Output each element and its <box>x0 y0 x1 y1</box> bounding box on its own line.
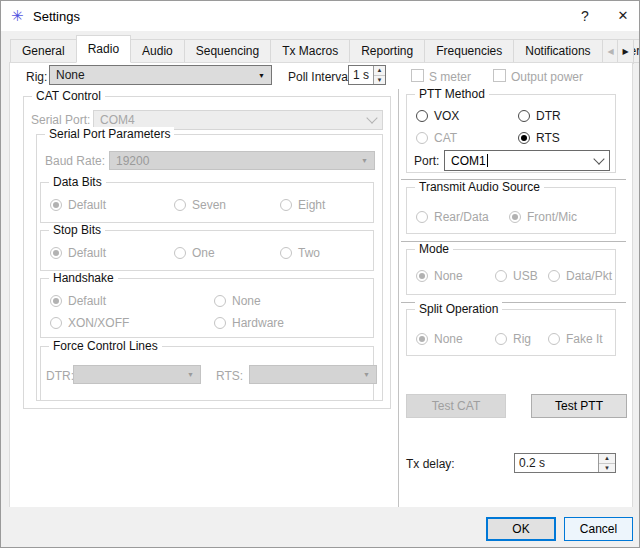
poll-interval-label: Poll Interval: <box>288 70 354 84</box>
radio-tab-page: Rig: None ▼ Poll Interval: 1 s ▲ ▼ S met… <box>9 62 633 509</box>
tab-tx-macros[interactable]: Tx Macros <box>270 39 350 63</box>
radio-label: Hardware <box>232 316 284 330</box>
spin-up-icon[interactable]: ▲ <box>599 454 615 464</box>
handshake-hardware-radio[interactable]: Hardware <box>214 316 284 330</box>
stop-bits-one-radio[interactable]: One <box>174 246 215 260</box>
tx-delay-spinner[interactable]: 0.2 s ▲ ▼ <box>514 453 616 473</box>
radio-icon <box>416 132 428 144</box>
radio-icon <box>50 295 62 307</box>
radio-icon <box>416 110 428 122</box>
help-button[interactable]: ? <box>567 1 603 31</box>
dropdown-arrow-icon: ▼ <box>361 157 368 164</box>
rig-label: Rig: <box>26 70 47 84</box>
radio-icon <box>416 333 428 345</box>
s-meter-label: S meter <box>429 70 471 84</box>
rig-combobox[interactable]: None ▼ <box>49 65 272 85</box>
radio-icon <box>50 317 62 329</box>
window-title: Settings <box>33 9 80 24</box>
test-cat-button[interactable]: Test CAT <box>406 394 506 418</box>
tab-frequencies[interactable]: Frequencies <box>424 39 514 63</box>
settings-dialog: ✳ Settings ? ✕ General Radio Audio Seque… <box>0 0 640 548</box>
rts-combobox[interactable]: ▼ <box>249 365 377 384</box>
data-bits-eight-radio[interactable]: Eight <box>280 198 325 212</box>
radio-label: Front/Mic <box>527 210 577 224</box>
baud-rate-label: Baud Rate: <box>45 154 105 168</box>
radio-label: None <box>232 294 261 308</box>
tab-bar: General Radio Audio Sequencing Tx Macros… <box>11 36 640 63</box>
dropdown-arrow-icon: ▼ <box>258 72 265 79</box>
spin-up-icon[interactable]: ▲ <box>374 66 385 76</box>
dropdown-arrow-icon: ▼ <box>363 371 370 378</box>
chevron-down-icon <box>366 112 377 123</box>
serial-port-label: Serial Port: <box>31 113 90 127</box>
title-bar: ✳ Settings ? ✕ <box>1 1 639 31</box>
spin-down-icon[interactable]: ▼ <box>374 76 385 85</box>
tas-rear-data-radio[interactable]: Rear/Data <box>416 210 489 224</box>
dtr-label: DTR: <box>46 369 74 383</box>
close-icon[interactable]: ✕ <box>605 1 640 31</box>
app-icon: ✳ <box>11 7 24 24</box>
serial-port-value: COM4 <box>100 113 368 127</box>
ptt-rts-radio[interactable]: RTS <box>518 131 560 145</box>
ptt-dtr-radio[interactable]: DTR <box>518 109 561 123</box>
column-divider <box>398 89 399 507</box>
mode-data-pkt-radio[interactable]: Data/Pkt <box>548 269 612 283</box>
dtr-combobox[interactable]: ▼ <box>73 365 201 384</box>
stop-bits-two-radio[interactable]: Two <box>280 246 320 260</box>
radio-icon <box>174 247 186 259</box>
tas-front-mic-radio[interactable]: Front/Mic <box>509 210 577 224</box>
split-rig-radio[interactable]: Rig <box>495 332 531 346</box>
mode-usb-radio[interactable]: USB <box>495 269 538 283</box>
cat-control-title: CAT Control <box>32 89 105 103</box>
poll-interval-spinner[interactable]: 1 s ▲ ▼ <box>348 65 386 85</box>
split-none-radio[interactable]: None <box>416 332 463 346</box>
handshake-xonxoff-radio[interactable]: XON/XOFF <box>50 316 129 330</box>
data-bits-title: Data Bits <box>49 175 106 189</box>
output-power-checkbox[interactable] <box>493 69 506 82</box>
mode-none-radio[interactable]: None <box>416 269 463 283</box>
tx-delay-value: 0.2 s <box>515 454 598 472</box>
radio-label: Default <box>68 198 106 212</box>
radio-label: USB <box>513 269 538 283</box>
baud-rate-combobox[interactable]: 19200 ▼ <box>109 151 375 170</box>
handshake-none-radio[interactable]: None <box>214 294 261 308</box>
ptt-port-combobox[interactable]: COM1 <box>444 150 610 171</box>
ptt-cat-radio[interactable]: CAT <box>416 131 457 145</box>
radio-icon <box>548 270 560 282</box>
radio-label: XON/XOFF <box>68 316 129 330</box>
radio-label: Two <box>298 246 320 260</box>
spin-down-icon[interactable]: ▼ <box>599 464 615 473</box>
handshake-default-radio[interactable]: Default <box>50 294 106 308</box>
tab-general[interactable]: General <box>10 39 77 63</box>
s-meter-checkbox[interactable] <box>411 69 424 82</box>
radio-icon <box>416 270 428 282</box>
radio-icon <box>548 333 560 345</box>
radio-icon <box>518 132 530 144</box>
data-bits-default-radio[interactable]: Default <box>50 198 106 212</box>
radio-icon <box>495 270 507 282</box>
cancel-button[interactable]: Cancel <box>564 517 633 541</box>
radio-label: None <box>434 269 463 283</box>
ok-button[interactable]: OK <box>486 517 556 541</box>
tab-notifications[interactable]: Notifications <box>513 39 602 63</box>
tab-reporting[interactable]: Reporting <box>349 39 425 63</box>
radio-icon <box>416 211 428 223</box>
radio-label: VOX <box>434 109 459 123</box>
radio-icon <box>50 247 62 259</box>
tab-sequencing[interactable]: Sequencing <box>184 39 271 63</box>
stop-bits-title: Stop Bits <box>49 223 105 237</box>
ptt-vox-radio[interactable]: VOX <box>416 109 459 123</box>
data-bits-seven-radio[interactable]: Seven <box>174 198 226 212</box>
tab-radio[interactable]: Radio <box>76 35 131 63</box>
split-fake-it-radio[interactable]: Fake It <box>548 332 603 346</box>
radio-label: Rig <box>513 332 531 346</box>
tab-audio[interactable]: Audio <box>130 39 185 63</box>
tab-scroll-right-icon[interactable]: ▶ <box>617 39 634 64</box>
stop-bits-default-radio[interactable]: Default <box>50 246 106 260</box>
handshake-title: Handshake <box>49 271 118 285</box>
baud-rate-value: 19200 <box>116 154 361 168</box>
radio-label: Rear/Data <box>434 210 489 224</box>
ptt-port-value: COM1 <box>451 154 486 168</box>
test-ptt-button[interactable]: Test PTT <box>531 394 627 418</box>
force-control-lines-title: Force Control Lines <box>49 339 162 353</box>
